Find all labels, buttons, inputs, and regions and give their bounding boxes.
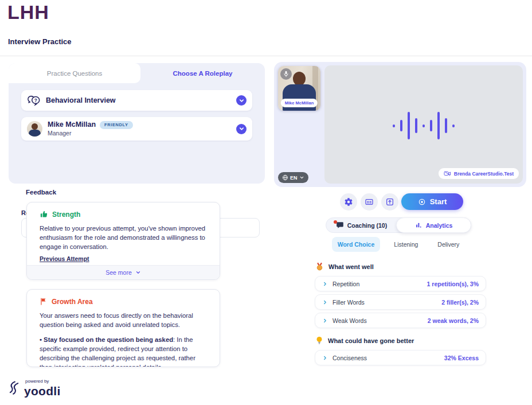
mic-icon [280,68,292,80]
thumbs-up-icon [40,210,48,219]
interview-practice-app: LHH Interview Practice Practice Question… [0,0,532,405]
share-icon [385,197,394,207]
persona-select[interactable]: Mike McMillan FRIENDLY Manager [21,117,252,141]
metric-label: Repetition [332,281,359,287]
coaching-chat-icon [336,221,344,229]
growth-area-body: Your answers need to focus directly on t… [27,306,220,329]
gone-better-label: What could have gone better [328,337,414,344]
metric-row-weak-words[interactable]: Weak Words 2 weak words, 2% [315,313,486,328]
language-label: EN [290,175,298,181]
audio-waveform [393,112,455,139]
growth-area-bullet: • Stay focused on the question being ask… [27,329,220,367]
flag-icon [40,297,48,306]
chevron-right-icon [322,318,328,324]
yoodli-wordmark: yoodli [24,385,61,397]
chevron-down-icon [135,270,141,275]
chevron-down-icon [238,126,245,132]
analytics-bars-icon [415,221,423,229]
interview-type-label: Behavioral Interview [46,96,116,104]
chevron-right-icon [322,355,328,361]
language-selector[interactable]: EN [278,172,308,183]
went-well-label: What went well [328,263,374,270]
see-more-button[interactable]: See more [27,265,220,279]
chevron-right-icon [322,281,328,287]
stage-video-area: Brenda CareerStudio.Test [324,65,523,184]
globe-icon [282,174,288,181]
metric-label: Conciseness [332,355,367,361]
chevron-down-icon [238,98,245,104]
previous-attempt-link[interactable]: Previous Attempt [40,255,89,262]
see-more-label: See more [105,269,132,276]
tab-practice-questions[interactable]: Practice Questions [9,63,140,83]
captions-icon [365,197,374,207]
record-icon [418,198,426,206]
yoodli-mark-icon [8,380,21,397]
persona-friendly-badge: FRIENDLY [100,121,133,129]
lhh-logo: LHH [7,1,49,24]
analysis-tab-group: Coaching (10) Analytics [326,217,471,233]
start-label: Start [430,197,447,206]
share-button[interactable] [381,193,398,211]
metric-label: Weak Words [332,317,367,324]
metric-row-repetition[interactable]: Repetition 1 repetition(s), 3% [315,276,486,291]
metric-value: 1 repetition(s), 3% [427,281,479,287]
gear-icon [344,197,353,207]
metric-value: 32% Excess [444,355,479,361]
analytics-subtabs: Word Choice Listening Delivery [326,237,471,252]
persona-avatar [27,121,42,137]
growth-area-title: Growth Area [52,298,93,306]
user-label: Brenda CareerStudio.Test [454,171,514,177]
persona-expand-button[interactable] [236,124,247,134]
page-title: Interview Practice [8,37,72,46]
powered-by-label: powered by [25,379,61,384]
gone-better-heading: What could have gone better [316,336,414,345]
analytics-label: Analytics [426,222,453,229]
header-divider [0,56,532,56]
strength-title: Strength [52,211,80,219]
growth-bullet-lead: • Stay focused on the question being ask… [40,336,173,343]
start-button[interactable]: Start [401,193,463,210]
metric-value: 2 weak words, 2% [428,317,479,324]
settings-button[interactable] [340,193,357,211]
subtab-word-choice[interactable]: Word Choice [332,237,381,252]
strength-card: Strength Relative to your previous attem… [26,202,220,280]
subtab-delivery[interactable]: Delivery [432,237,465,252]
went-well-heading: What went well [316,262,374,271]
persona-name: Mike McMillan [48,120,96,130]
coaching-label: Coaching (10) [347,222,387,229]
participant-video-thumbnail[interactable]: Mike McMillan [278,66,320,111]
interview-type-select[interactable]: ? Behavioral Interview [21,90,252,111]
metric-row-conciseness[interactable]: Conciseness 32% Excess [315,350,486,365]
svg-text:?: ? [34,98,37,103]
yoodli-logo: powered by yoodli [8,379,61,397]
medal-icon [316,262,323,271]
setup-panel: Practice Questions Choose A Roleplay ? B… [9,63,265,184]
lightbulb-icon [316,336,323,345]
chat-question-icon: ? [27,95,41,106]
chevron-right-icon [322,299,328,305]
tab-choose-a-roleplay[interactable]: Choose A Roleplay [140,63,265,83]
metric-row-filler-words[interactable]: Filler Words 2 filler(s), 2% [315,294,486,310]
captions-button[interactable] [361,193,378,211]
camera-off-icon [444,170,451,177]
user-label-pill: Brenda CareerStudio.Test [439,168,519,179]
notification-dot [334,220,337,224]
tab-coaching[interactable]: Coaching (10) [326,218,397,232]
subtab-listening[interactable]: Listening [388,237,424,252]
stage-panel: Mike McMillan EN Brenda CareerStudio.Tes… [274,62,526,187]
metric-label: Filler Words [332,299,365,306]
participant-name-pill: Mike McMillan [281,99,318,107]
metric-value: 2 filler(s), 2% [441,299,479,306]
interview-type-expand-button[interactable] [236,95,247,106]
persona-role: Manager [48,130,133,137]
tab-analytics[interactable]: Analytics [396,217,471,233]
strength-body: Relative to your previous attempt, you'v… [27,219,220,251]
feedback-heading: Feedback [26,189,56,196]
growth-area-card: Growth Area Your answers need to focus d… [26,289,220,367]
chevron-down-icon [299,175,304,180]
